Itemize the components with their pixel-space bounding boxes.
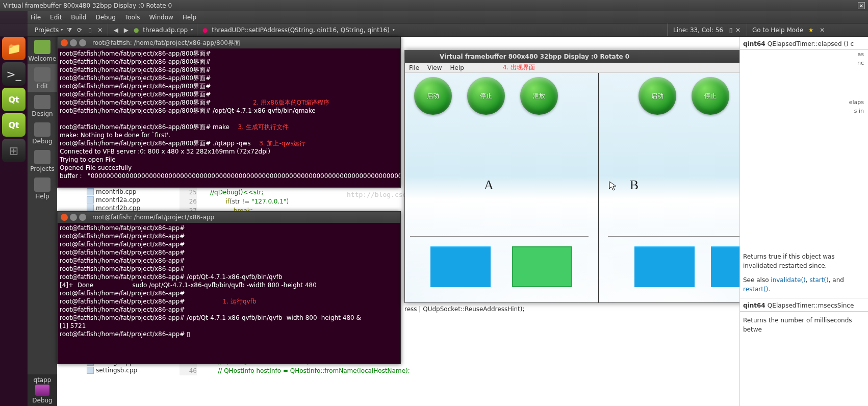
tree-file[interactable]: mcontrl2a.cpp (87, 196, 178, 204)
launcher-workspace-icon[interactable]: ⊞ (2, 139, 25, 162)
window-title: Virtual framebuffer 800x480 32bpp Displa… (3, 2, 858, 9)
qvfb-max-icon[interactable] (426, 53, 433, 60)
qvfb-title: Virtual framebuffer 800x480 32bpp Displa… (440, 53, 629, 60)
split-icon[interactable]: ▯ (727, 27, 734, 34)
qvfb-menu-help[interactable]: Help (450, 64, 464, 71)
line-col-indicator[interactable]: Line: 33, Col: 56 ▯ ✕ (668, 23, 747, 36)
back-icon[interactable]: ◀ (112, 27, 119, 34)
label-b: B (630, 177, 639, 193)
label-a: A (484, 177, 494, 193)
mode-edit[interactable]: Edit (28, 64, 57, 92)
menu-help[interactable]: Help (183, 14, 196, 21)
launcher-qtcreator2-icon[interactable]: Qt (2, 113, 25, 137)
qvfb-close-icon[interactable] (408, 53, 415, 60)
projects-selector[interactable]: Projects ▾ (35, 27, 63, 34)
term-close-icon[interactable] (61, 214, 68, 221)
cpp-file-icon (87, 188, 94, 195)
close-editor-icon[interactable]: ✕ (734, 27, 742, 34)
launcher-files-icon[interactable]: 📁 (2, 37, 25, 60)
window-close-button[interactable]: ✕ (858, 2, 865, 9)
forward-icon[interactable]: ▶ (122, 27, 130, 34)
sync-icon[interactable]: ⟳ (76, 27, 83, 34)
help-signature-1: qint64 QElapsedTimer::elapsed () c (740, 37, 868, 50)
term-max-icon[interactable] (79, 39, 86, 46)
separator-line (410, 236, 589, 237)
star-icon[interactable]: ★ (807, 27, 814, 34)
split-icon[interactable]: ▯ (86, 27, 93, 34)
help-see-also: See also invalidate(), start(), and rest… (743, 275, 865, 294)
code-line-under: ress | QUdpSocket::ReuseAddressHint); (404, 305, 525, 313)
qvfb-menu-file[interactable]: File (409, 64, 419, 71)
menu-tools[interactable]: Tools (125, 14, 140, 21)
term-close-icon[interactable] (61, 39, 68, 46)
project-tree: mcontrlb.cpp mcontrl2a.cpp mcontrl2b.cpp (87, 188, 178, 212)
stop-button-a[interactable]: 停止 (467, 77, 505, 115)
mode-help[interactable]: Help (28, 174, 57, 202)
terminal-title: root@fatfish: /home/fat/project/x86-app (92, 214, 214, 221)
terminal-window-2: root@fatfish: /home/fat/project/x86-app … (57, 211, 401, 364)
help-link[interactable]: start() (809, 276, 828, 284)
mouse-cursor-icon (609, 181, 617, 191)
help-link[interactable]: restart() (743, 286, 768, 293)
file-cpp-icon: ● (133, 27, 140, 34)
terminal-titlebar[interactable]: root@fatfish: /home/fat/project/x86-app/… (58, 37, 400, 48)
filter-icon[interactable]: ⧩ (66, 27, 73, 34)
mode-welcome[interactable]: Welcome (28, 37, 57, 64)
help-paragraph: Returns the number of milliseconds betwe (743, 316, 865, 334)
cpp-file-icon (87, 205, 94, 212)
launcher-qtcreator-icon[interactable]: Qt (2, 88, 25, 111)
help-mode-bar: Go to Help Mode ★ ✕ (747, 23, 868, 36)
window-titlebar: Virtual framebuffer 800x480 32bpp Displa… (0, 0, 868, 11)
start-button-b[interactable]: 启动 (639, 77, 676, 115)
menu-file[interactable]: File (31, 14, 41, 21)
tree-file[interactable]: mcontrlb.cpp (87, 188, 178, 196)
terminal-body[interactable]: root@fatfish:/home/fat/project/x86-app/8… (58, 48, 400, 181)
mode-debug[interactable]: Debug (28, 119, 57, 147)
mode-projects[interactable]: Projects (28, 147, 57, 174)
help-signature-2: qint64 QElapsedTimer::msecsSince (740, 298, 868, 312)
menu-debug[interactable]: Debug (95, 14, 115, 21)
close-help-icon[interactable]: ✕ (819, 27, 826, 34)
qvfb-display: 启动 停止 泄放 启动 停止 泄放 A B (405, 73, 792, 302)
terminal-titlebar[interactable]: root@fatfish: /home/fat/project/x86-app (58, 212, 400, 223)
term-max-icon[interactable] (79, 214, 86, 221)
qvfb-menu-view[interactable]: View (427, 64, 442, 71)
qvfb-menubar: File View Help 4. 出现界面 (405, 63, 792, 73)
open-file-selector[interactable]: threadudp.cpp (143, 27, 188, 34)
chevron-down-icon: ▾ (61, 28, 63, 32)
button-group-a: 启动 停止 泄放 (414, 77, 558, 115)
help-paragraph: Returns true if this object was invalida… (743, 252, 865, 270)
status-box[interactable] (634, 246, 695, 287)
help-link[interactable]: invalidate() (771, 276, 805, 284)
terminal-title: root@fatfish: /home/fat/project/x86-app/… (92, 39, 240, 47)
launcher-terminal-icon[interactable]: >_ (2, 62, 25, 86)
qvfb-window: Virtual framebuffer 800x480 32bpp Displa… (404, 50, 792, 303)
stop-button-b[interactable]: 停止 (692, 77, 729, 115)
terminal-window-1: root@fatfish: /home/fat/project/x86-app/… (57, 37, 401, 188)
status-box[interactable] (512, 246, 572, 287)
qvfb-min-icon[interactable] (417, 53, 424, 60)
start-button-a[interactable]: 启动 (414, 77, 452, 115)
qvfb-titlebar[interactable]: Virtual framebuffer 800x480 32bpp Displa… (405, 50, 792, 63)
mode-design[interactable]: Design (28, 92, 57, 119)
chevron-down-icon: ▾ (393, 28, 395, 32)
menu-edit[interactable]: Edit (50, 14, 62, 21)
run-target[interactable]: qtapp Debug (28, 374, 57, 406)
terminal-body[interactable]: root@fatfish:/home/fat/project/x86-app# … (58, 223, 400, 339)
term-min-icon[interactable] (70, 39, 77, 46)
term-min-icon[interactable] (70, 214, 77, 221)
vertical-divider (598, 73, 599, 302)
menu-build[interactable]: Build (71, 14, 86, 21)
symbol-selector[interactable]: threadUDP::setIPAddress(QString, qint16,… (212, 27, 390, 34)
close-pane-icon[interactable]: ✕ (96, 27, 104, 34)
tree-file[interactable]: settingsb.cpp (87, 366, 178, 374)
chevron-down-icon: ▾ (191, 28, 193, 32)
discharge-button-a[interactable]: 泄放 (520, 77, 558, 115)
help-mode-link[interactable]: Go to Help Mode (752, 27, 803, 34)
target-icon (35, 385, 49, 396)
symbol-icon: ● (201, 27, 209, 34)
unity-launcher: 📁 >_ Qt Qt ⊞ (0, 11, 28, 406)
annotation-4: 4. 出现界面 (503, 63, 535, 72)
status-box[interactable] (430, 246, 491, 287)
menu-window[interactable]: Window (149, 14, 173, 21)
